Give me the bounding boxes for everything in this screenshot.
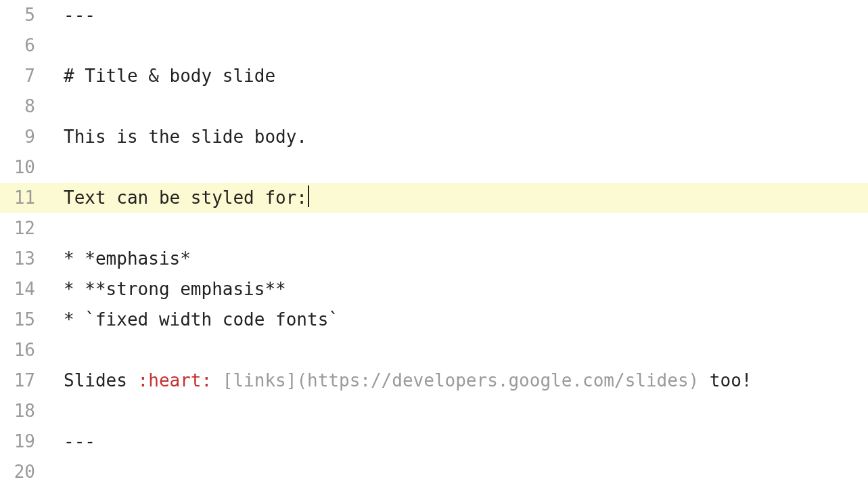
code-span xyxy=(212,370,223,391)
line-content[interactable]: --- xyxy=(49,0,868,30)
code-editor[interactable]: 5---67# Title & body slide89This is the … xyxy=(0,0,868,487)
editor-line[interactable]: 19--- xyxy=(0,426,868,457)
line-number: 12 xyxy=(0,213,49,244)
editor-line[interactable]: 13* *emphasis* xyxy=(0,244,868,274)
editor-line[interactable]: 16 xyxy=(0,335,868,365)
editor-line[interactable]: 15* `fixed width code fonts` xyxy=(0,305,868,335)
editor-line[interactable]: 9This is the slide body. xyxy=(0,122,868,152)
line-content[interactable]: * **strong emphasis** xyxy=(49,274,868,305)
line-number: 20 xyxy=(0,457,49,487)
editor-line[interactable]: 20 xyxy=(0,457,868,487)
line-number: 7 xyxy=(0,61,49,91)
editor-line[interactable]: 11Text can be styled for: xyxy=(0,183,868,213)
line-number: 14 xyxy=(0,274,49,305)
editor-line[interactable]: 12 xyxy=(0,213,868,244)
line-number: 19 xyxy=(0,426,49,457)
line-number: 5 xyxy=(0,0,49,30)
code-span: --- xyxy=(64,5,95,25)
code-span: This is the slide body. xyxy=(64,127,307,147)
editor-line[interactable]: 7# Title & body slide xyxy=(0,61,868,91)
editor-line[interactable]: 6 xyxy=(0,30,868,61)
editor-line[interactable]: 10 xyxy=(0,152,868,183)
code-span: Slides xyxy=(64,370,138,391)
line-number: 18 xyxy=(0,396,49,426)
code-span: Text can be styled for: xyxy=(64,187,307,208)
code-span: * *emphasis* xyxy=(64,248,191,269)
code-span: [links](https://developers.google.com/sl… xyxy=(223,370,699,391)
line-number: 16 xyxy=(0,335,49,365)
editor-line[interactable]: 8 xyxy=(0,91,868,122)
line-number: 9 xyxy=(0,122,49,152)
line-content[interactable]: --- xyxy=(49,426,868,457)
code-span: too! xyxy=(699,370,752,391)
line-number: 8 xyxy=(0,91,49,122)
editor-line[interactable]: 14* **strong emphasis** xyxy=(0,274,868,305)
line-number: 10 xyxy=(0,152,49,183)
code-span: :heart: xyxy=(138,370,212,391)
line-content[interactable]: This is the slide body. xyxy=(49,122,868,152)
line-content[interactable]: Text can be styled for: xyxy=(49,183,868,213)
line-number: 15 xyxy=(0,305,49,335)
line-number: 13 xyxy=(0,244,49,274)
line-number: 11 xyxy=(0,183,49,213)
line-content[interactable]: * *emphasis* xyxy=(49,244,868,274)
editor-line[interactable]: 5--- xyxy=(0,0,868,30)
line-content[interactable]: Slides :heart: [links](https://developer… xyxy=(49,365,868,396)
line-number: 17 xyxy=(0,365,49,396)
code-span: # Title & body slide xyxy=(64,66,275,86)
editor-line[interactable]: 18 xyxy=(0,396,868,426)
line-content[interactable]: * `fixed width code fonts` xyxy=(49,305,868,335)
line-content[interactable]: # Title & body slide xyxy=(49,61,868,91)
line-number: 6 xyxy=(0,30,49,61)
text-cursor xyxy=(308,185,309,207)
code-span: * `fixed width code fonts` xyxy=(64,309,339,330)
code-span: * **strong emphasis** xyxy=(64,279,286,299)
code-span: --- xyxy=(64,431,95,451)
editor-line[interactable]: 17Slides :heart: [links](https://develop… xyxy=(0,365,868,396)
